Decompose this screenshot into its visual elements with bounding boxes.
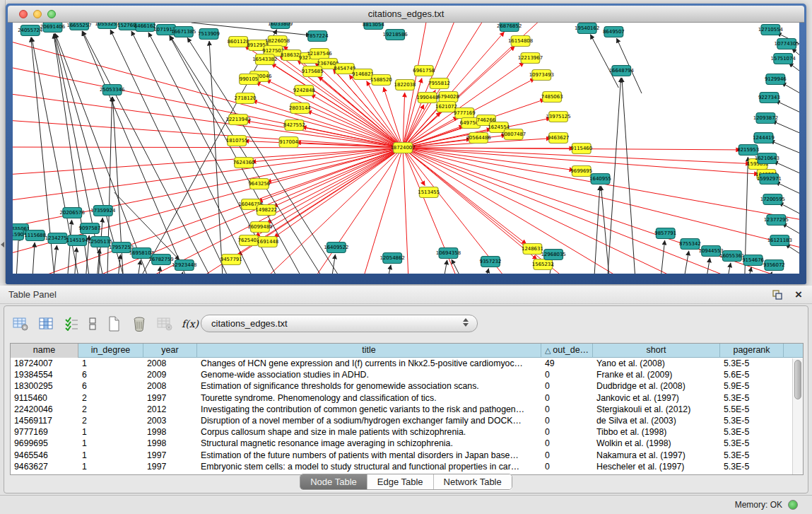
graph-node[interactable]: 10553257 bbox=[95, 23, 119, 29]
table-cell[interactable]: 14569117 bbox=[11, 415, 78, 426]
tab-edge-table[interactable]: Edge Table bbox=[367, 474, 433, 489]
table-cell[interactable]: 5.3E-5 bbox=[720, 415, 784, 426]
graph-node[interactable]: 1244419 bbox=[753, 133, 775, 144]
delete-table-icon[interactable] bbox=[154, 315, 175, 333]
tab-node-table[interactable]: Node Table bbox=[300, 474, 367, 489]
graph-node[interactable]: 16648794 bbox=[609, 66, 635, 76]
graph-node[interactable]: 12213967 bbox=[518, 53, 543, 64]
table-cell[interactable]: 0 bbox=[541, 415, 593, 426]
select-columns-icon[interactable] bbox=[61, 315, 82, 333]
graph-node[interactable]: 18226058 bbox=[265, 36, 290, 47]
float-window-icon[interactable] bbox=[772, 290, 782, 303]
graph-node[interactable]: 1565232 bbox=[532, 259, 554, 270]
table-row[interactable]: 1456911722003Disruption of a novel membe… bbox=[11, 415, 803, 426]
network-canvas[interactable]: 8601128891295518226058912750316543382818… bbox=[13, 23, 799, 274]
table-cell[interactable]: Corpus callosum shape and size in male p… bbox=[197, 426, 541, 438]
graph-node[interactable]: 9463627 bbox=[548, 133, 570, 144]
table-mode-icon[interactable] bbox=[10, 315, 31, 333]
table-row[interactable]: 946362711997Embryonic stem cells: a mode… bbox=[11, 461, 803, 472]
graph-node[interactable]: 10807487 bbox=[501, 129, 526, 140]
table-cell[interactable]: 19384554 bbox=[11, 369, 78, 380]
table-row[interactable]: 1872400712008Changes of HCN gene express… bbox=[11, 358, 803, 369]
table-cell[interactable]: 9699695 bbox=[11, 438, 78, 449]
graph-node[interactable]: 9356072 bbox=[763, 260, 785, 271]
table-cell[interactable]: 9115460 bbox=[11, 392, 78, 404]
table-cell[interactable]: Embryonic stem cells: a model to study s… bbox=[197, 461, 541, 472]
minimize-traffic-light-icon[interactable] bbox=[33, 10, 42, 18]
table-cell[interactable]: 9777169 bbox=[11, 426, 78, 438]
table-cell[interactable]: 0 bbox=[541, 404, 593, 415]
table-cell[interactable]: 6 bbox=[78, 369, 143, 380]
graph-node[interactable]: 12054862 bbox=[380, 253, 405, 264]
graph-node[interactable]: 12968035 bbox=[541, 250, 566, 260]
graph-node[interactable]: 9457791 bbox=[220, 255, 242, 265]
graph-node[interactable]: 9242848 bbox=[293, 86, 315, 96]
column-header-short[interactable]: short bbox=[593, 344, 720, 358]
graph-node[interactable]: 16671385 bbox=[171, 27, 196, 37]
graph-node[interactable]: 16543382 bbox=[252, 54, 277, 65]
table-cell[interactable]: Jankovic et al. (1997) bbox=[593, 392, 720, 404]
table-cell[interactable]: 5.9E-5 bbox=[720, 380, 784, 392]
graph-node[interactable]: 9699695 bbox=[570, 166, 592, 177]
graph-node[interactable]: 1691448 bbox=[257, 237, 278, 247]
row-height-icon[interactable] bbox=[86, 315, 99, 333]
graph-node[interactable]: 7513909 bbox=[198, 29, 220, 40]
graph-node[interactable]: 12213943 bbox=[226, 115, 251, 125]
table-cell[interactable]: Genome-wide association studies in ADHD. bbox=[197, 369, 541, 380]
graph-node[interactable]: 17359924 bbox=[90, 206, 116, 216]
vertical-scrollbar[interactable] bbox=[792, 358, 803, 474]
table-cell[interactable]: 0 bbox=[541, 438, 593, 449]
graph-node[interactable]: 9097587 bbox=[79, 223, 101, 234]
graph-node[interactable]: 8755342 bbox=[679, 239, 701, 250]
column-header-name[interactable]: name bbox=[11, 344, 78, 358]
graph-node[interactable]: 1145194 bbox=[66, 235, 88, 246]
graph-node[interactable]: 6961758 bbox=[413, 66, 435, 76]
table-cell[interactable]: Stergiakouli et al. (2012) bbox=[593, 404, 720, 415]
graph-node[interactable]: 8215953 bbox=[737, 145, 759, 156]
table-cell[interactable]: 5.6E-5 bbox=[720, 369, 784, 380]
graph-node[interactable]: 1640955 bbox=[589, 174, 611, 185]
table-cell[interactable]: Estimation of the future numbers of pati… bbox=[197, 450, 541, 461]
table-cell[interactable]: 1 bbox=[78, 438, 143, 449]
table-cell[interactable]: 0 bbox=[541, 380, 593, 392]
graph-node[interactable]: 1513455 bbox=[418, 187, 440, 198]
graph-node[interactable]: 9154676 bbox=[742, 255, 764, 266]
table-cell[interactable]: Hescheler et al. (1997) bbox=[593, 461, 720, 472]
table-cell[interactable]: Estimation of significance thresholds fo… bbox=[197, 380, 541, 392]
graph-node[interactable]: 12093872 bbox=[753, 113, 778, 124]
graph-node[interactable]: 10694358 bbox=[436, 248, 461, 259]
table-cell[interactable]: de Silva et al. (2003) bbox=[593, 415, 720, 426]
graph-node[interactable]: 1498222 bbox=[255, 205, 277, 216]
graph-node[interactable]: 16655257 bbox=[67, 23, 92, 30]
table-cell[interactable]: 2008 bbox=[143, 380, 197, 392]
network-window[interactable]: citations_edges.txt 86011288912955182260… bbox=[6, 4, 806, 284]
table-cell[interactable]: 1 bbox=[78, 450, 143, 461]
graph-node[interactable]: 16409522 bbox=[324, 243, 348, 253]
table-cell[interactable]: 1 bbox=[78, 426, 143, 438]
table-cell[interactable]: Disruption of a novel member of a sodium… bbox=[197, 415, 541, 426]
table-cell[interactable]: 1998 bbox=[143, 438, 197, 449]
graph-node[interactable]: 26876852 bbox=[497, 23, 522, 32]
graph-node[interactable]: 1810755 bbox=[226, 136, 248, 146]
graph-node[interactable]: 19218586 bbox=[383, 30, 408, 40]
graph-node[interactable]: 9115460 bbox=[570, 144, 592, 154]
graph-node[interactable]: 7955812 bbox=[428, 78, 450, 89]
graph-node[interactable]: 16099489 bbox=[247, 222, 272, 233]
graph-node[interactable]: 8427552 bbox=[283, 120, 305, 131]
table-cell[interactable]: 5.3E-5 bbox=[720, 438, 784, 449]
panel-collapse-arrow-icon[interactable] bbox=[1, 242, 4, 247]
graph-node[interactable]: 1990448 bbox=[416, 93, 438, 103]
table-cell[interactable]: 2 bbox=[78, 415, 143, 426]
graph-node[interactable]: 6794028 bbox=[437, 92, 459, 103]
table-cell[interactable]: 5.3E-5 bbox=[720, 358, 784, 369]
table-cell[interactable]: Structural magnetic resonance image aver… bbox=[197, 438, 541, 449]
graph-node[interactable]: 1822038 bbox=[394, 80, 416, 90]
graph-node[interactable]: 391590 bbox=[13, 230, 23, 240]
table-cell[interactable]: 2 bbox=[78, 392, 143, 404]
table-cell[interactable]: 5.5E-5 bbox=[720, 404, 784, 415]
table-cell[interactable]: 2 bbox=[78, 404, 143, 415]
graph-node[interactable]: 16033809 bbox=[268, 23, 293, 29]
graph-node[interactable]: 12187546 bbox=[307, 49, 331, 59]
graph-node[interactable]: 2803144 bbox=[289, 103, 311, 114]
graph-node[interactable]: 12923448 bbox=[172, 260, 196, 271]
